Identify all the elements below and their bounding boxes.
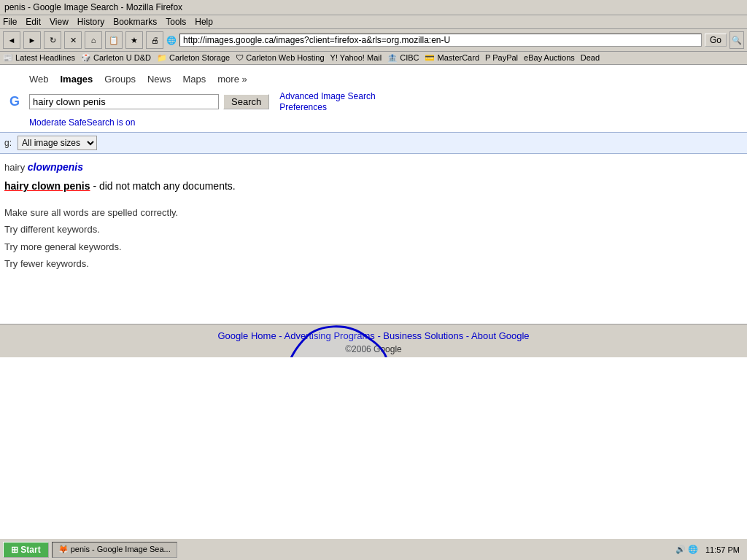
- menu-view[interactable]: View: [50, 17, 69, 27]
- did-you-mean-link[interactable]: clownpenis: [28, 161, 83, 173]
- nav-more[interactable]: more »: [217, 74, 247, 85]
- safesearch-link[interactable]: Moderate SafeSearch is on: [29, 117, 135, 128]
- nav-groups[interactable]: Groups: [104, 74, 136, 85]
- no-results-text: hairy clown penis - did not match any do…: [4, 179, 743, 194]
- back-button[interactable]: ◄: [3, 31, 20, 49]
- search-sidebar-button[interactable]: 🔍: [729, 31, 744, 49]
- safesearch-note: Moderate SafeSearch is on: [0, 115, 747, 132]
- home-button[interactable]: ⌂: [85, 31, 102, 49]
- print-button[interactable]: 🖨: [146, 31, 163, 49]
- filter-label: g:: [4, 138, 12, 148]
- size-select[interactable]: All image sizes Large images Medium imag…: [18, 136, 97, 150]
- advanced-image-search-link[interactable]: Advanced Image Search: [279, 91, 375, 101]
- search-options: Advanced Image Search Preferences: [279, 90, 375, 112]
- bookmark-cibc[interactable]: 🏦 CIBC: [387, 53, 419, 63]
- go-button[interactable]: Go: [705, 34, 727, 47]
- search-input-wrap: Search Advanced Image Search Preferences: [29, 90, 376, 112]
- google-nav: Web Images Groups News Maps more »: [0, 71, 747, 88]
- refresh-button[interactable]: ↻: [44, 31, 61, 49]
- bookmark-storage[interactable]: 📁 Carleton Storage: [157, 53, 230, 63]
- toolbar: ◄ ► ↻ ✕ ⌂ 📋 ★ 🖨 🌐 Go 🔍: [0, 29, 747, 52]
- footer-advertising[interactable]: Advertising Programs: [285, 330, 375, 341]
- google-header: Web Images Groups News Maps more » G Sea…: [0, 65, 747, 132]
- footer-business[interactable]: Business Solutions: [383, 330, 463, 341]
- footer-sep-3: -: [466, 330, 471, 341]
- results-area: hairy clownpenis hairy clown penis - did…: [0, 154, 747, 280]
- filter-bar: g: All image sizes Large images Medium i…: [0, 132, 747, 154]
- footer-links: Google Home - Advertising Programs - Bus…: [0, 330, 747, 341]
- search-row: G Search Advanced Image Search Preferenc…: [0, 88, 747, 115]
- footer-copyright: ©2006 Google: [0, 344, 747, 354]
- footer-google-home[interactable]: Google Home: [217, 330, 276, 341]
- search-button[interactable]: Search: [223, 94, 269, 109]
- suggestions: Make sure all words are spelled correctl…: [4, 204, 743, 273]
- menu-file[interactable]: File: [3, 17, 17, 27]
- google-logo-text: G: [9, 94, 20, 109]
- suggestion-1: Make sure all words are spelled correctl…: [4, 204, 743, 221]
- bookmarks-bar: 📰 Latest Headlines 🎲 Carleton U D&D 📁 Ca…: [0, 52, 747, 65]
- bookmark-star[interactable]: ★: [125, 31, 143, 49]
- search-input[interactable]: [29, 94, 219, 109]
- menu-edit[interactable]: Edit: [26, 17, 41, 27]
- footer-about[interactable]: About Google: [471, 330, 530, 341]
- bookmark-dnd[interactable]: 🎲 Carleton U D&D: [81, 53, 151, 63]
- bookmark-ebay[interactable]: eBay Auctions: [524, 53, 575, 63]
- stop-button[interactable]: ✕: [64, 31, 82, 49]
- menu-bookmarks[interactable]: Bookmarks: [113, 17, 157, 27]
- bookmark-yahoo[interactable]: Y! Yahoo! Mail: [330, 53, 382, 63]
- bookmark-mastercard[interactable]: 💳 MasterCard: [425, 53, 479, 63]
- did-you-mean-prefix: hairy: [4, 162, 28, 173]
- no-results-query: hairy clown penis: [4, 180, 90, 192]
- google-logo: G: [0, 94, 29, 109]
- forward-button[interactable]: ►: [23, 31, 41, 49]
- suggestion-2: Try different keywords.: [4, 221, 743, 238]
- bookmark-dead[interactable]: Dead: [581, 53, 600, 63]
- did-you-mean-row: hairy clownpenis: [4, 161, 743, 173]
- bookmark-paypal[interactable]: P PayPal: [485, 53, 518, 63]
- footer-sep-1: -: [279, 330, 284, 341]
- title-bar: penis - Google Image Search - Mozilla Fi…: [0, 0, 747, 15]
- window-title: penis - Google Image Search - Mozilla Fi…: [4, 2, 182, 12]
- nav-maps[interactable]: Maps: [182, 74, 206, 85]
- bookmark-headlines[interactable]: 📰 Latest Headlines: [3, 53, 75, 63]
- results-relative-wrap: hairy clownpenis hairy clown penis - did…: [4, 161, 743, 273]
- no-results-suffix: - did not match any documents.: [93, 180, 235, 192]
- footer: Google Home - Advertising Programs - Bus…: [0, 324, 747, 357]
- page-content: Web Images Groups News Maps more » G Sea…: [0, 65, 747, 357]
- nav-images[interactable]: Images: [61, 74, 93, 85]
- menu-help[interactable]: Help: [195, 17, 213, 27]
- address-bar: 🌐 Go 🔍: [166, 31, 744, 49]
- history-button[interactable]: 📋: [105, 31, 123, 49]
- preferences-link[interactable]: Preferences: [279, 102, 327, 112]
- menu-history[interactable]: History: [77, 17, 104, 27]
- address-label: 🌐: [166, 36, 177, 45]
- bookmark-hosting[interactable]: 🛡 Carleton Web Hosting: [236, 53, 324, 63]
- suggestion-3: Try more general keywords.: [4, 238, 743, 255]
- menu-tools[interactable]: Tools: [166, 17, 186, 27]
- suggestion-4: Try fewer keywords.: [4, 255, 743, 272]
- menu-bar: File Edit View History Bookmarks Tools H…: [0, 15, 747, 29]
- address-input[interactable]: [179, 34, 702, 47]
- nav-web[interactable]: Web: [29, 74, 49, 85]
- nav-news[interactable]: News: [147, 74, 171, 85]
